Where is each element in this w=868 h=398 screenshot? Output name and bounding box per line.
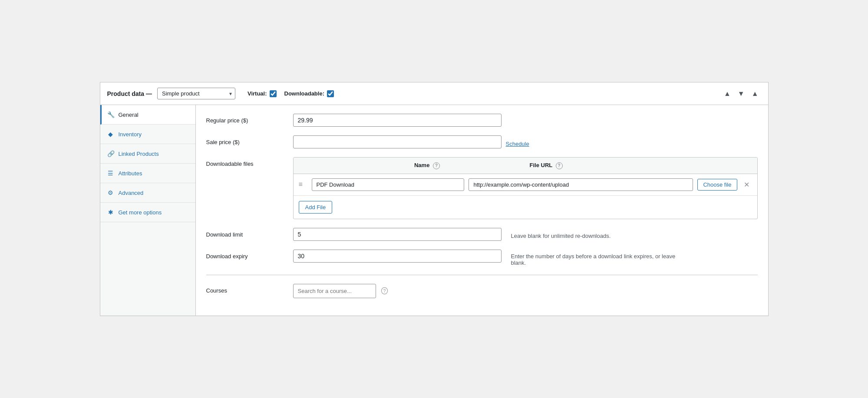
file-row: ≡ Choose file ✕ (294, 174, 757, 196)
sidebar-item-attributes[interactable]: ☰ Attributes (100, 164, 195, 183)
product-type-select[interactable]: Simple product (157, 88, 235, 99)
regular-price-input[interactable] (293, 114, 502, 127)
download-limit-wrapper: Leave blank for unlimited re-downloads. (293, 228, 611, 241)
downloadable-files-label: Downloadable files (206, 157, 284, 167)
diamond-icon: ◆ (107, 131, 114, 138)
downloadable-label[interactable]: Downloadable: (284, 90, 334, 97)
product-options-group: Virtual: Downloadable: (248, 90, 334, 97)
url-help-icon[interactable]: ? (556, 162, 563, 169)
download-limit-row: Download limit Leave blank for unlimited… (206, 228, 758, 241)
collapse-toggle-button[interactable]: ▲ (749, 88, 761, 99)
courses-wrapper: ? (293, 284, 388, 298)
sale-price-row: Sale price ($) Schedule (206, 135, 758, 148)
sidebar-item-general[interactable]: 🔧 General (100, 105, 195, 125)
sidebar-item-label: Attributes (119, 170, 142, 177)
courses-row: Courses ? (206, 284, 758, 298)
download-expiry-hint: Enter the number of days before a downlo… (511, 250, 685, 266)
main-content: Regular price ($) Sale price ($) Schedul… (196, 105, 768, 316)
courses-input[interactable] (293, 284, 376, 298)
drag-handle-icon[interactable]: ≡ (299, 181, 307, 188)
schedule-link[interactable]: Schedule (506, 137, 529, 147)
downloadable-files-row: Downloadable files Name ? File URL ? (206, 157, 758, 219)
sale-price-field-wrapper: Schedule (293, 135, 758, 148)
product-data-box: Product data — Simple product Virtual: D… (100, 82, 769, 316)
virtual-checkbox[interactable] (270, 90, 277, 97)
sidebar-item-label: Advanced (119, 190, 144, 196)
sidebar-item-linked-products[interactable]: 🔗 Linked Products (100, 144, 195, 164)
courses-label: Courses (206, 284, 284, 294)
remove-file-button[interactable]: ✕ (742, 179, 752, 190)
col-url-header: File URL ? (530, 162, 735, 169)
downloadable-checkbox[interactable] (327, 90, 334, 97)
collapse-down-button[interactable]: ▼ (735, 88, 747, 99)
sale-price-label: Sale price ($) (206, 135, 284, 145)
download-expiry-input[interactable] (293, 250, 502, 263)
sidebar-item-advanced[interactable]: ⚙ Advanced (100, 183, 195, 203)
header-actions: ▲ ▼ ▲ (721, 88, 761, 99)
download-limit-input[interactable] (293, 228, 502, 241)
download-expiry-row: Download expiry Enter the number of days… (206, 250, 758, 266)
col-name-header: Name ? (325, 162, 530, 169)
product-data-header: Product data — Simple product Virtual: D… (100, 82, 768, 105)
add-file-area: Add File (294, 196, 757, 219)
download-expiry-label: Download expiry (206, 250, 284, 260)
wrench-icon: 🔧 (107, 111, 114, 118)
product-type-wrapper[interactable]: Simple product (157, 88, 235, 99)
choose-file-button[interactable]: Choose file (697, 179, 737, 191)
virtual-label[interactable]: Virtual: (248, 90, 277, 97)
sidebar-item-label: General (119, 112, 139, 118)
sidebar-item-inventory[interactable]: ◆ Inventory (100, 125, 195, 144)
regular-price-label: Regular price ($) (206, 114, 284, 124)
sidebar: 🔧 General ◆ Inventory 🔗 Linked Products … (100, 105, 196, 316)
product-data-title: Product data — (107, 90, 152, 97)
sale-price-input[interactable] (293, 135, 502, 148)
downloadable-files-section: Name ? File URL ? ≡ Choose file ✕ (293, 157, 758, 219)
files-header: Name ? File URL ? (294, 158, 757, 174)
link-icon: 🔗 (107, 150, 114, 157)
star-icon: ✱ (107, 209, 114, 216)
download-limit-hint: Leave blank for unlimited re-downloads. (511, 229, 611, 239)
file-url-input[interactable] (469, 178, 693, 191)
add-file-button[interactable]: Add File (299, 201, 333, 214)
sidebar-item-label: Inventory (119, 131, 142, 138)
product-data-body: 🔧 General ◆ Inventory 🔗 Linked Products … (100, 105, 768, 316)
courses-help-icon[interactable]: ? (381, 287, 387, 294)
file-name-input[interactable] (312, 178, 465, 191)
list-icon: ☰ (107, 170, 114, 177)
gear-icon: ⚙ (107, 189, 114, 196)
name-help-icon[interactable]: ? (433, 162, 440, 169)
sidebar-item-get-more-options[interactable]: ✱ Get more options (100, 203, 195, 222)
collapse-up-button[interactable]: ▲ (721, 88, 733, 99)
regular-price-row: Regular price ($) (206, 114, 758, 127)
sidebar-item-label: Get more options (119, 209, 162, 216)
regular-price-field-wrapper (293, 114, 758, 127)
download-expiry-wrapper: Enter the number of days before a downlo… (293, 250, 685, 266)
sidebar-item-label: Linked Products (119, 151, 159, 157)
download-limit-label: Download limit (206, 228, 284, 238)
